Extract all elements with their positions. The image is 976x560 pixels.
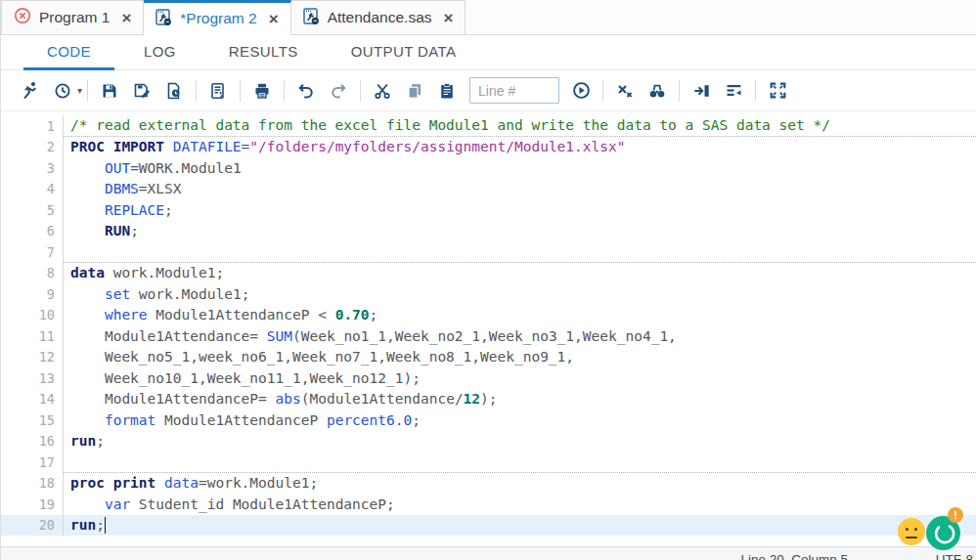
notification-badge: ! xyxy=(948,507,963,523)
copy-icon xyxy=(406,82,423,100)
code-line[interactable]: 14 Module1AttendanceP= abs(Module1Attend… xyxy=(1,389,976,410)
close-icon[interactable]: × xyxy=(269,11,279,27)
maximize-view-button[interactable] xyxy=(764,77,791,105)
close-icon[interactable]: × xyxy=(121,10,131,26)
copy-button[interactable] xyxy=(401,77,428,105)
code-line[interactable]: 4 DBMS=XLSX xyxy=(1,179,976,200)
sas-program-icon xyxy=(303,7,320,29)
find-replace-button[interactable] xyxy=(643,77,671,105)
status-bar: Line 20, Column 5 UTF-8 xyxy=(1,546,976,560)
text-cursor xyxy=(105,517,106,534)
go-to-line-button[interactable] xyxy=(567,77,595,105)
code-text: REPLACE; xyxy=(64,199,976,221)
code-line[interactable]: 2PROC IMPORT DATAFILE="/folders/myfolder… xyxy=(1,137,976,158)
redo-button[interactable] xyxy=(325,77,352,105)
code-text: /* read external data from the excel fil… xyxy=(64,115,976,137)
redo-icon xyxy=(330,82,347,100)
line-number-input[interactable] xyxy=(469,77,559,104)
program-summary-icon xyxy=(209,82,227,100)
code-text: RUN; xyxy=(64,221,976,242)
format-code-button[interactable] xyxy=(720,77,747,105)
toolbar-separator xyxy=(284,80,285,102)
code-text: PROC IMPORT DATAFILE="/folders/myfolders… xyxy=(64,137,976,158)
tab-label: *Program 2 xyxy=(180,10,256,27)
toolbar-separator xyxy=(87,80,88,102)
save-as-button[interactable] xyxy=(128,77,155,105)
subtab-log[interactable]: LOG xyxy=(120,35,200,69)
chevron-down-icon[interactable]: ▾ xyxy=(77,85,82,96)
print-icon xyxy=(253,82,271,100)
code-line[interactable]: 10 where Module1AttendanceP < 0.70; xyxy=(1,305,976,326)
sas-program-icon xyxy=(155,8,172,30)
line-number: 16 xyxy=(1,431,64,452)
code-line[interactable]: 13 Week_no10_1,Week_no11_1,Week_no12_1); xyxy=(1,367,976,389)
code-line[interactable]: 7 xyxy=(1,241,976,263)
code-editor[interactable]: 1/* read external data from the excel fi… xyxy=(1,112,976,560)
print-button[interactable] xyxy=(248,77,276,105)
line-number: 17 xyxy=(1,452,64,473)
subtab-code[interactable]: CODE xyxy=(23,35,114,70)
run-icon xyxy=(22,81,40,100)
tab-attendance-sas[interactable]: Attendance.sas × xyxy=(291,0,466,34)
download-button[interactable] xyxy=(160,77,188,105)
cut-scissors-icon xyxy=(374,82,391,100)
code-line[interactable]: 5 REPLACE; xyxy=(1,199,976,221)
code-text: run; xyxy=(64,515,976,537)
code-line[interactable]: 3 OUT=WORK.Module1 xyxy=(1,157,976,179)
code-line[interactable]: 18proc print data=work.Module1; xyxy=(1,473,976,495)
line-number: 3 xyxy=(1,157,64,179)
code-text: Week_no10_1,Week_no11_1,Week_no12_1); xyxy=(64,367,976,389)
feedback-emoji-icon[interactable] xyxy=(898,518,925,545)
line-number: 5 xyxy=(1,199,64,221)
code-line[interactable]: 6 RUN; xyxy=(1,221,976,242)
line-number: 11 xyxy=(1,325,64,347)
download-file-icon xyxy=(165,82,183,100)
paste-button[interactable] xyxy=(433,77,461,105)
tab-label: Program 1 xyxy=(39,9,110,26)
subtab-output-data[interactable]: OUTPUT DATA xyxy=(328,35,480,69)
tab-program-1[interactable]: Program 1 × xyxy=(1,0,144,34)
code-text: run; xyxy=(64,431,976,452)
line-number: 19 xyxy=(1,494,64,515)
line-number: 6 xyxy=(1,221,64,242)
emoji-eye xyxy=(914,528,917,531)
line-number: 14 xyxy=(1,389,64,410)
line-number: 1 xyxy=(1,115,64,137)
close-icon[interactable]: × xyxy=(444,10,454,26)
code-line[interactable]: 16run; xyxy=(1,431,976,452)
code-text: format Module1AttendanceP percent6.0; xyxy=(64,409,976,431)
undo-button[interactable] xyxy=(292,77,320,105)
editor-lines: 1/* read external data from the excel fi… xyxy=(1,115,976,536)
program-summary-button[interactable] xyxy=(204,77,232,105)
tab-label: Attendance.sas xyxy=(328,9,432,26)
code-line[interactable]: 1/* read external data from the excel fi… xyxy=(1,115,976,137)
toolbar-separator xyxy=(240,80,241,102)
code-line[interactable]: 9 set work.Module1; xyxy=(1,283,976,305)
code-line[interactable]: 15 format Module1AttendanceP percent6.0; xyxy=(1,409,976,431)
cut-button[interactable] xyxy=(369,77,396,105)
code-line[interactable]: 20run; xyxy=(1,515,976,537)
indent-button[interactable] xyxy=(688,77,715,105)
go-to-line-icon xyxy=(572,81,591,100)
code-line[interactable]: 8data work.Module1; xyxy=(1,263,976,284)
paste-clipboard-icon xyxy=(438,82,456,100)
code-line[interactable]: 11 Module1Attendance= SUM(Week_no1_1,Wee… xyxy=(1,325,976,347)
tabbar-filler xyxy=(466,0,976,34)
error-circle-icon xyxy=(14,7,31,28)
clear-code-button[interactable] xyxy=(611,77,639,105)
save-button[interactable] xyxy=(96,77,123,105)
line-number: 4 xyxy=(1,179,64,200)
toolbar-separator xyxy=(755,80,756,102)
tab-program-2[interactable]: *Program 2 × xyxy=(144,0,290,35)
code-line[interactable]: 19 var Student_id Module1AttendanceP; xyxy=(1,494,976,515)
code-line[interactable]: 17 xyxy=(1,452,976,473)
save-as-icon xyxy=(133,82,151,100)
line-number: 20 xyxy=(1,515,64,537)
code-line[interactable]: 12 Week_no5_1,week_no6_1,Week_no7_1,Week… xyxy=(1,347,976,368)
line-number: 9 xyxy=(1,283,64,305)
run-button[interactable] xyxy=(17,77,44,105)
subtab-results[interactable]: RESULTS xyxy=(205,35,322,69)
line-number: 18 xyxy=(1,473,64,495)
clear-code-icon xyxy=(616,82,634,100)
submission-history-button[interactable] xyxy=(49,77,76,105)
